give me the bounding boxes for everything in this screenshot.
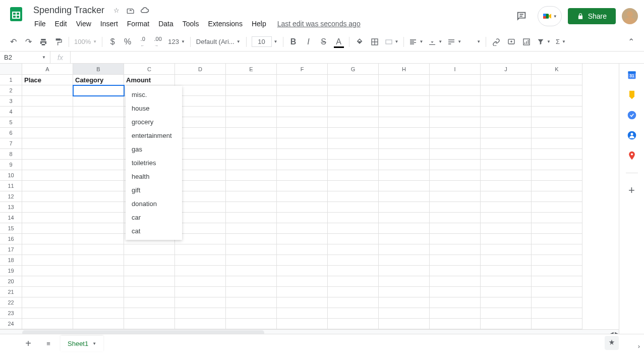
- cell-G22[interactable]: [328, 297, 379, 308]
- cell-I12[interactable]: [430, 191, 481, 202]
- cell-B24[interactable]: [73, 319, 124, 329]
- cell-H14[interactable]: [379, 213, 430, 223]
- chart-button[interactable]: [519, 35, 534, 49]
- sheet-tab-1[interactable]: Sheet1 ▼: [61, 336, 103, 351]
- cell-D15[interactable]: [175, 223, 226, 234]
- last-edit-link[interactable]: Last edit was seconds ago: [277, 20, 361, 28]
- row-header-11[interactable]: 11: [0, 181, 22, 191]
- cell-E21[interactable]: [226, 287, 277, 297]
- cell-D16[interactable]: [175, 234, 226, 244]
- italic-button[interactable]: I: [302, 35, 316, 49]
- doc-title[interactable]: Spending Tracker: [30, 4, 107, 17]
- cell-H20[interactable]: [379, 276, 430, 287]
- cell-H18[interactable]: [379, 255, 430, 266]
- cell-B5[interactable]: [73, 117, 124, 128]
- maps-icon[interactable]: [627, 150, 637, 161]
- cell-E20[interactable]: [226, 276, 277, 287]
- cell-H6[interactable]: [379, 128, 430, 138]
- cell-D12[interactable]: [175, 191, 226, 202]
- cell-A20[interactable]: [22, 276, 73, 287]
- cell-G18[interactable]: [328, 255, 379, 266]
- row-header-8[interactable]: 8: [0, 149, 22, 160]
- cell-A10[interactable]: [22, 170, 73, 181]
- cell-A6[interactable]: [22, 128, 73, 138]
- cell-E8[interactable]: [226, 149, 277, 160]
- cell-E11[interactable]: [226, 181, 277, 191]
- cell-D5[interactable]: [175, 117, 226, 128]
- rotate-button[interactable]: ▼: [464, 38, 483, 46]
- cell-B20[interactable]: [73, 276, 124, 287]
- cell-B7[interactable]: [73, 138, 124, 149]
- cell-K16[interactable]: [532, 234, 582, 244]
- cell-A17[interactable]: [22, 244, 73, 255]
- cell-E12[interactable]: [226, 191, 277, 202]
- cell-I5[interactable]: [430, 117, 481, 128]
- cell-H8[interactable]: [379, 149, 430, 160]
- name-box[interactable]: B2▼: [0, 52, 50, 63]
- cell-B11[interactable]: [73, 181, 124, 191]
- cell-C21[interactable]: [124, 287, 175, 297]
- row-header-1[interactable]: 1: [0, 75, 22, 85]
- cell-J23[interactable]: [481, 308, 532, 319]
- cell-I6[interactable]: [430, 128, 481, 138]
- side-panel-toggle[interactable]: ›: [638, 342, 640, 350]
- cell-A16[interactable]: [22, 234, 73, 244]
- cell-A19[interactable]: [22, 266, 73, 276]
- col-header-G[interactable]: G: [328, 64, 379, 75]
- cell-D1[interactable]: [175, 75, 226, 85]
- cell-I21[interactable]: [430, 287, 481, 297]
- cell-H5[interactable]: [379, 117, 430, 128]
- row-header-18[interactable]: 18: [0, 255, 22, 266]
- cell-H7[interactable]: [379, 138, 430, 149]
- cell-D6[interactable]: [175, 128, 226, 138]
- meet-button[interactable]: ▼: [538, 6, 562, 26]
- cell-H4[interactable]: [379, 107, 430, 117]
- col-header-H[interactable]: H: [379, 64, 430, 75]
- cell-J24[interactable]: [481, 319, 532, 329]
- col-header-A[interactable]: A: [22, 64, 73, 75]
- row-header-23[interactable]: 23: [0, 308, 22, 319]
- cell-I8[interactable]: [430, 149, 481, 160]
- increase-decimal-button[interactable]: .00→: [151, 35, 165, 49]
- row-header-9[interactable]: 9: [0, 160, 22, 170]
- merge-button[interactable]: ▼: [383, 38, 401, 46]
- collapse-toolbar-button[interactable]: ⌃: [624, 35, 638, 49]
- contacts-icon[interactable]: [627, 130, 637, 140]
- dropdown-item[interactable]: gas: [126, 142, 182, 156]
- cell-E18[interactable]: [226, 255, 277, 266]
- cell-G21[interactable]: [328, 287, 379, 297]
- cell-E2[interactable]: [226, 85, 277, 96]
- cell-A13[interactable]: [22, 202, 73, 213]
- font-select[interactable]: Default (Ari...▼: [194, 36, 243, 47]
- cell-G11[interactable]: [328, 181, 379, 191]
- cell-G12[interactable]: [328, 191, 379, 202]
- cell-K7[interactable]: [532, 138, 582, 149]
- sheet-tab-menu-icon[interactable]: ▼: [92, 341, 96, 346]
- cell-F23[interactable]: [277, 308, 328, 319]
- cell-B6[interactable]: [73, 128, 124, 138]
- valign-button[interactable]: ▼: [426, 38, 444, 46]
- cell-K9[interactable]: [532, 160, 582, 170]
- cell-B1[interactable]: Category: [73, 75, 124, 85]
- sheets-logo[interactable]: [6, 4, 26, 24]
- borders-button[interactable]: [368, 35, 382, 49]
- cell-D17[interactable]: [175, 244, 226, 255]
- cell-F16[interactable]: [277, 234, 328, 244]
- cell-F5[interactable]: [277, 117, 328, 128]
- cell-G15[interactable]: [328, 223, 379, 234]
- cell-F12[interactable]: [277, 191, 328, 202]
- cell-A22[interactable]: [22, 297, 73, 308]
- cell-J18[interactable]: [481, 255, 532, 266]
- menu-help[interactable]: Help: [248, 18, 270, 30]
- cell-E17[interactable]: [226, 244, 277, 255]
- redo-button[interactable]: ↷: [21, 35, 35, 49]
- cell-F1[interactable]: [277, 75, 328, 85]
- col-header-C[interactable]: C: [124, 64, 175, 75]
- cell-H13[interactable]: [379, 202, 430, 213]
- cell-J2[interactable]: [481, 85, 532, 96]
- cell-B19[interactable]: [73, 266, 124, 276]
- cell-J3[interactable]: [481, 96, 532, 107]
- keep-icon[interactable]: [627, 90, 637, 100]
- cell-H16[interactable]: [379, 234, 430, 244]
- more-formats-select[interactable]: 123▼: [166, 38, 187, 45]
